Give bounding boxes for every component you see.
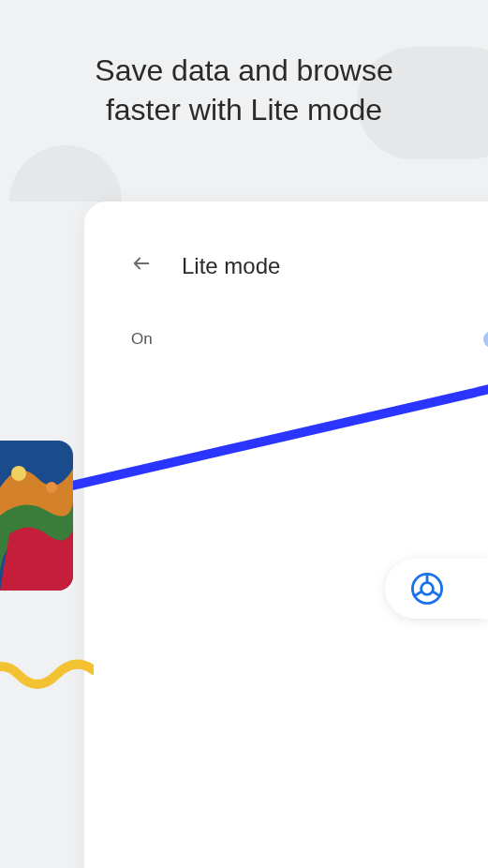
lite-mode-card: Lite mode On [84,202,488,868]
cloud-decoration [9,145,122,202]
svg-point-1 [11,466,26,481]
headline: Save data and browse faster with Lite mo… [0,52,488,129]
svg-point-4 [421,583,434,595]
toggle-label: On [131,330,153,349]
svg-point-2 [46,482,57,493]
card-title: Lite mode [182,253,280,279]
back-arrow-icon[interactable] [131,253,152,279]
squiggle-decoration [0,651,94,708]
chrome-badge[interactable] [385,559,488,619]
article-thumbnail[interactable] [0,441,73,591]
lite-mode-toggle[interactable] [483,331,488,348]
chrome-icon [411,573,443,605]
